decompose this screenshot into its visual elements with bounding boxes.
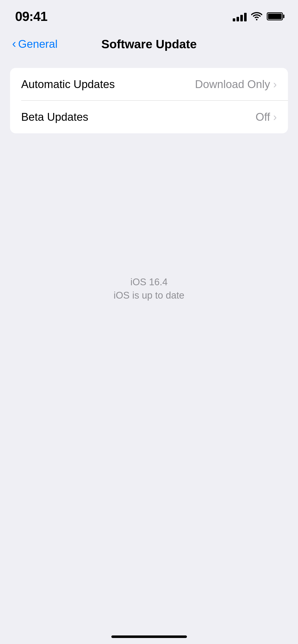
automatic-updates-value-group: Download Only › (195, 78, 277, 91)
signal-icon (233, 11, 247, 21)
back-button[interactable]: ‹ General (12, 38, 58, 50)
back-chevron-icon: ‹ (12, 37, 16, 50)
automatic-updates-chevron-icon: › (273, 79, 277, 90)
wifi-icon (251, 12, 262, 21)
automatic-updates-value: Download Only (195, 78, 270, 91)
beta-updates-value-group: Off › (255, 111, 277, 123)
automatic-updates-label: Automatic Updates (21, 78, 115, 91)
settings-section: Automatic Updates Download Only › Beta U… (10, 68, 288, 133)
beta-updates-row[interactable]: Beta Updates Off › (10, 101, 288, 133)
status-icons (233, 11, 283, 21)
beta-updates-value: Off (255, 111, 270, 123)
ios-status: iOS is up to date (114, 290, 184, 301)
home-indicator (111, 635, 187, 638)
status-bar: 09:41 (0, 0, 298, 33)
ios-version: iOS 16.4 (114, 277, 184, 288)
page-title: Software Update (101, 37, 197, 51)
beta-updates-label: Beta Updates (21, 111, 88, 123)
beta-updates-chevron-icon: › (273, 111, 277, 123)
back-label: General (18, 38, 58, 50)
automatic-updates-row[interactable]: Automatic Updates Download Only › (10, 68, 288, 101)
center-info: iOS 16.4 iOS is up to date (114, 277, 184, 301)
nav-header: ‹ General Software Update (0, 33, 298, 58)
status-time: 09:41 (15, 9, 47, 24)
battery-icon (267, 12, 283, 20)
